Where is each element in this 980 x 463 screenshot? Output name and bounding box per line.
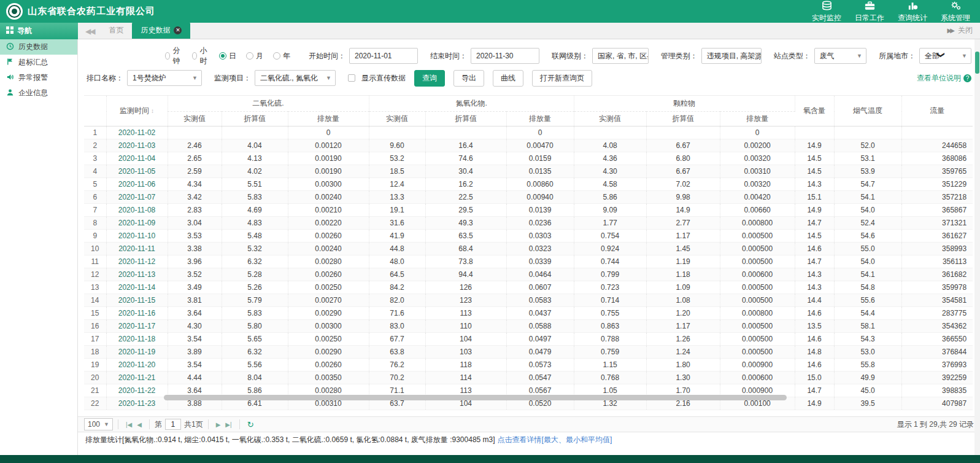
radio-minute[interactable]: 分钟 xyxy=(165,45,182,66)
table-row[interactable]: 22020-11-032.464.040.001209.6016.40.0047… xyxy=(84,139,973,152)
value-cell: 0.000800 xyxy=(720,217,795,230)
table-row[interactable]: 32020-11-042.654.130.0019053.274.60.0159… xyxy=(84,152,973,165)
date-cell[interactable]: 2020-11-16 xyxy=(106,307,168,320)
table-row[interactable]: 52020-11-064.345.510.0030012.416.20.0086… xyxy=(84,178,973,191)
date-cell[interactable]: 2020-11-06 xyxy=(106,178,168,191)
sidebar-item-history-data[interactable]: 历史数据 xyxy=(0,39,77,55)
value-cell: 14.6 xyxy=(795,307,834,320)
collapse-filters-icon[interactable]: ❯ xyxy=(936,52,946,58)
value-cell: 64.5 xyxy=(369,268,425,281)
view-details-link[interactable]: 点击查看详情[最大、最小和平均值] xyxy=(498,435,612,445)
tabs-scroll-right-icon[interactable]: ▶▶ xyxy=(947,27,953,34)
radio-hour[interactable]: 小时 xyxy=(192,45,209,66)
sidebar-item-enterprise-info[interactable]: 企业信息 xyxy=(0,85,77,101)
next-page-icon[interactable]: ▶ xyxy=(216,421,221,428)
value-cell: 4.08 xyxy=(574,139,646,152)
open-new-query-button[interactable]: 打开新查询页 xyxy=(532,70,592,87)
value-cell: 1.18 xyxy=(646,268,720,281)
last-page-icon[interactable]: ▶| xyxy=(225,421,231,428)
date-cell[interactable]: 2020-11-03 xyxy=(106,139,168,152)
time-column-header[interactable]: 监测时间↕ xyxy=(106,96,168,126)
monitor-item-select[interactable]: 二氧化硫., 氮氧化▼ xyxy=(255,70,336,86)
table-row[interactable]: 62020-11-073.425.830.0024013.322.50.0094… xyxy=(84,191,973,204)
nav-daily-work[interactable]: 日常工作 xyxy=(855,1,884,22)
radio-year[interactable]: 年 xyxy=(273,51,290,61)
sidebar-item-abnormal-alarm[interactable]: 异常报警 xyxy=(0,70,77,85)
date-cell[interactable]: 2020-11-10 xyxy=(106,230,168,243)
date-cell[interactable]: 2020-11-18 xyxy=(106,333,168,346)
radio-icon xyxy=(273,52,280,60)
table-row[interactable]: 102020-11-113.385.320.0024044.868.40.032… xyxy=(84,243,973,255)
value-cell: 3.53 xyxy=(168,230,222,243)
date-cell[interactable]: 2020-11-15 xyxy=(106,294,168,307)
radio-month[interactable]: 月 xyxy=(246,51,263,61)
table-row[interactable]: 42020-11-052.594.020.0019018.530.40.0135… xyxy=(84,165,973,178)
radio-day[interactable]: 日 xyxy=(219,51,236,61)
value-cell: 22.5 xyxy=(425,191,506,204)
close-all-tabs-button[interactable]: 关闭 xyxy=(958,25,973,36)
date-cell[interactable]: 2020-11-17 xyxy=(106,320,168,333)
table-row[interactable]: 12020-11-02000 xyxy=(84,126,973,139)
site-type-select[interactable]: 废气▼ xyxy=(814,48,866,64)
table-row[interactable]: 152020-11-163.645.830.0029071.61130.0437… xyxy=(84,307,973,320)
date-cell[interactable]: 2020-11-20 xyxy=(106,359,168,372)
date-cell[interactable]: 2020-11-21 xyxy=(106,372,168,384)
first-page-icon[interactable]: |◀ xyxy=(126,421,132,428)
table-row[interactable]: 92020-11-103.535.480.0026041.963.50.0303… xyxy=(84,230,973,243)
table-row[interactable]: 192020-11-203.545.560.0026076.21180.0573… xyxy=(84,359,973,372)
date-cell[interactable]: 2020-11-14 xyxy=(106,281,168,294)
start-date-input[interactable] xyxy=(349,48,418,64)
refresh-icon[interactable]: ↻ xyxy=(247,420,254,429)
manage-type-select[interactable]: 违规项目, 高架源, ▼ xyxy=(701,48,762,64)
value-cell: 356113 xyxy=(901,255,973,268)
table-row[interactable]: 182020-11-193.896.320.0029063.81030.0479… xyxy=(84,346,973,359)
sort-icon[interactable]: ↕ xyxy=(151,107,154,114)
prev-page-icon[interactable]: ◀ xyxy=(137,421,142,428)
table-row[interactable]: 142020-11-153.815.790.0027082.01230.0583… xyxy=(84,294,973,307)
network-level-select[interactable]: 国家, 省, 市, 区县▼ xyxy=(592,48,649,64)
nav-system-management[interactable]: 系统管理 xyxy=(941,1,970,22)
curve-button[interactable]: 曲线 xyxy=(493,70,523,87)
date-cell[interactable]: 2020-11-08 xyxy=(106,204,168,217)
date-cell[interactable]: 2020-11-04 xyxy=(106,152,168,165)
value-cell: 0.00290 xyxy=(288,346,369,359)
nav-query-statistics[interactable]: 查询统计 xyxy=(898,1,927,22)
value-cell: 4.30 xyxy=(168,320,222,333)
table-row[interactable]: 112020-11-123.966.320.0028048.073.80.033… xyxy=(84,255,973,268)
date-cell[interactable]: 2020-11-11 xyxy=(106,243,168,255)
value-cell: 376844 xyxy=(901,346,973,359)
sub-header: 实测值 xyxy=(369,112,425,126)
vertical-scrollbar-thumb[interactable] xyxy=(975,52,979,74)
date-cell[interactable]: 2020-11-02 xyxy=(106,126,168,139)
date-cell[interactable]: 2020-11-05 xyxy=(106,165,168,178)
table-row[interactable]: 72020-11-082.834.690.0021019.129.50.0139… xyxy=(84,204,973,217)
date-cell[interactable]: 2020-11-13 xyxy=(106,268,168,281)
outlet-select[interactable]: 1号焚烧炉▼ xyxy=(127,70,202,86)
table-row[interactable]: 122020-11-133.525.280.0026064.594.40.046… xyxy=(84,268,973,281)
nav-realtime-monitor[interactable]: 实时监控 xyxy=(812,1,841,22)
page-size-select[interactable]: 100 ▼ xyxy=(84,418,113,430)
sidebar-item-exceed-summary[interactable]: 超标汇总 xyxy=(0,55,77,70)
select-value: 违规项目, 高架源, xyxy=(707,51,762,61)
table-row[interactable]: 172020-11-183.545.650.0025067.71040.0497… xyxy=(84,333,973,346)
date-cell[interactable]: 2020-11-12 xyxy=(106,255,168,268)
page-number-input[interactable] xyxy=(165,419,181,430)
table-row[interactable]: 202020-11-214.448.040.0035070.21140.0547… xyxy=(84,372,973,384)
direct-data-checkbox[interactable] xyxy=(348,74,355,82)
unit-help-link[interactable]: 查看单位说明 ? xyxy=(917,73,971,84)
tab-history-data[interactable]: 历史数据 ✕ xyxy=(132,22,190,39)
date-cell[interactable]: 2020-11-07 xyxy=(106,191,168,204)
date-cell[interactable]: 2020-11-09 xyxy=(106,217,168,230)
tabs-scroll-left-icon[interactable]: ◀◀ xyxy=(78,27,100,39)
end-date-input[interactable] xyxy=(471,48,539,64)
tab-close-icon[interactable]: ✕ xyxy=(174,26,182,34)
table-row[interactable]: 82020-11-093.044.830.0022031.649.30.0236… xyxy=(84,217,973,230)
date-cell[interactable]: 2020-11-19 xyxy=(106,346,168,359)
horizontal-scrollbar-thumb[interactable] xyxy=(164,395,787,400)
table-row[interactable]: 132020-11-143.495.260.0025084.21260.0607… xyxy=(84,281,973,294)
tab-home[interactable]: 首页 xyxy=(100,22,132,39)
export-button[interactable]: 导出 xyxy=(453,70,484,87)
value-cell: 4.69 xyxy=(222,204,288,217)
query-button[interactable]: 查询 xyxy=(414,70,445,87)
table-row[interactable]: 162020-11-174.305.800.0030083.01100.0588… xyxy=(84,320,973,333)
